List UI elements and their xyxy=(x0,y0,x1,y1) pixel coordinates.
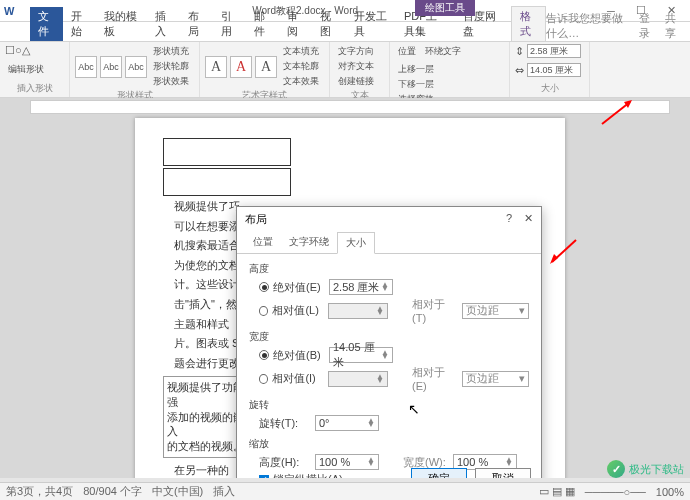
text-dir[interactable]: 文字方向 xyxy=(335,44,384,59)
word-icon: W xyxy=(4,5,14,17)
logo-icon: ✓ xyxy=(607,460,625,478)
tab-layout[interactable]: 布局 xyxy=(180,7,213,41)
wordart-preset[interactable]: A xyxy=(255,56,277,78)
ribbon-tabs: 文件 开始 我的模板 插入 布局 引用 邮件 审阅 视图 开发工具 PDF工具集… xyxy=(0,22,690,42)
shapes-icon[interactable]: ☐○△ xyxy=(5,44,30,57)
wrap-text[interactable]: 环绕文字 xyxy=(422,44,464,59)
create-link[interactable]: 创建链接 xyxy=(335,74,384,89)
text-effects[interactable]: 文本效果 xyxy=(280,74,322,89)
style-preset[interactable]: Abc xyxy=(75,56,97,78)
dialog-close[interactable]: ✕ xyxy=(524,212,533,227)
page-status[interactable]: 第3页，共4页 xyxy=(6,484,73,499)
layout-dialog: 布局 ?✕ 位置 文字环绕 大小 高度 绝对值(E)2.58 厘米▲▼ 相对值(… xyxy=(236,206,542,478)
zoom-level[interactable]: 100% xyxy=(656,486,684,498)
height-input[interactable]: 2.58 厘米 xyxy=(527,44,581,58)
width-input[interactable]: 14.05 厘米 xyxy=(527,63,581,77)
login[interactable]: 登录 xyxy=(639,11,656,41)
width-icon: ⇔ xyxy=(515,64,524,77)
radio-abs-w[interactable] xyxy=(259,350,269,360)
cursor-icon: ↖ xyxy=(408,401,420,417)
tab-file[interactable]: 文件 xyxy=(30,7,63,41)
dlg-tab-pos[interactable]: 位置 xyxy=(245,232,281,253)
wordart-preset[interactable]: A xyxy=(205,56,227,78)
style-preset[interactable]: Abc xyxy=(100,56,122,78)
help-icon[interactable]: ? xyxy=(506,212,512,227)
workspace: 视频提供了巧 可以在想要添加的 机搜索最适合您的 为使您的文档 计。这些设计可互… xyxy=(0,98,690,478)
tab-review[interactable]: 审阅 xyxy=(279,7,312,41)
cancel-button[interactable]: 取消 xyxy=(475,468,531,478)
tell-me[interactable]: 告诉我您想要做什么… xyxy=(546,11,629,41)
text-fill[interactable]: 文本填充 xyxy=(280,44,322,59)
spin-rel-h[interactable]: ▲▼ xyxy=(328,303,388,319)
edit-shape[interactable]: 编辑形状 xyxy=(5,62,64,77)
view-buttons[interactable]: ▭ ▤ ▦ xyxy=(539,485,575,498)
chk-lock[interactable]: ✓ xyxy=(259,475,269,479)
dialog-title: 布局 xyxy=(245,212,267,227)
dlg-tab-size[interactable]: 大小 xyxy=(337,232,375,254)
text-outline[interactable]: 文本轮廓 xyxy=(280,59,322,74)
shape-effects[interactable]: 形状效果 xyxy=(150,74,192,89)
status-bar: 第3页，共4页 80/904 个字 中文(中国) 插入 ▭ ▤ ▦ ─────○… xyxy=(0,482,690,500)
word-count[interactable]: 80/904 个字 xyxy=(83,484,142,499)
tab-view[interactable]: 视图 xyxy=(312,7,345,41)
shape-fill[interactable]: 形状填充 xyxy=(150,44,192,59)
position[interactable]: 位置 xyxy=(395,44,419,59)
share[interactable]: 共享 xyxy=(665,11,682,41)
spin-rotate[interactable]: 0°▲▼ xyxy=(315,415,379,431)
spin-scale-h[interactable]: 100 %▲▼ xyxy=(315,454,379,470)
ruler[interactable] xyxy=(30,100,670,114)
ribbon: ☐○△编辑形状插入形状 AbcAbcAbc形状填充形状轮廓形状效果形状样式 AA… xyxy=(0,42,690,98)
combo-relto-h[interactable]: 页边距▾ xyxy=(462,303,529,319)
dlg-tab-wrap[interactable]: 文字环绕 xyxy=(281,232,337,253)
combo-relto-w[interactable]: 页边距▾ xyxy=(462,371,529,387)
lang-status[interactable]: 中文(中国) xyxy=(152,484,203,499)
radio-rel-w[interactable] xyxy=(259,374,268,384)
tab-home[interactable]: 开始 xyxy=(63,7,96,41)
tab-templates[interactable]: 我的模板 xyxy=(96,7,146,41)
style-preset[interactable]: Abc xyxy=(125,56,147,78)
watermark: ✓ 极光下载站 xyxy=(607,460,684,478)
radio-abs-h[interactable] xyxy=(259,282,269,292)
height-icon: ⇕ xyxy=(515,45,524,58)
tab-dev[interactable]: 开发工具 xyxy=(346,7,396,41)
radio-rel-h[interactable] xyxy=(259,306,268,316)
spin-abs-w[interactable]: 14.05 厘米▲▼ xyxy=(329,347,393,363)
shape-rect[interactable] xyxy=(163,138,291,166)
spin-rel-w[interactable]: ▲▼ xyxy=(328,371,388,387)
tab-ref[interactable]: 引用 xyxy=(213,7,246,41)
insert-mode[interactable]: 插入 xyxy=(213,484,235,499)
contextual-tab-label: 绘图工具 xyxy=(415,0,475,16)
tab-insert[interactable]: 插入 xyxy=(147,7,180,41)
wordart-preset[interactable]: A xyxy=(230,56,252,78)
tab-format[interactable]: 格式 xyxy=(511,6,546,41)
shape-rect[interactable] xyxy=(163,168,291,196)
spin-abs-h[interactable]: 2.58 厘米▲▼ xyxy=(329,279,393,295)
align-text[interactable]: 对齐文本 xyxy=(335,59,384,74)
ok-button[interactable]: 确定 xyxy=(411,468,467,478)
shape-outline[interactable]: 形状轮廓 xyxy=(150,59,192,74)
tab-mail[interactable]: 邮件 xyxy=(246,7,279,41)
